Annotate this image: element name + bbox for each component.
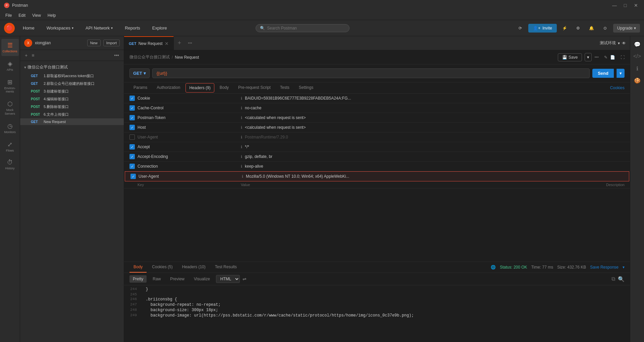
tab-pre-request[interactable]: Pre-request Script bbox=[234, 82, 275, 93]
format-visualize-button[interactable]: Visualize bbox=[191, 275, 213, 283]
send-button[interactable]: Send bbox=[592, 69, 614, 78]
right-code-icon[interactable]: </> bbox=[632, 51, 643, 62]
sidebar-item-collections[interactable]: ☰ Collections bbox=[1, 39, 19, 56]
resp-tab-test-results[interactable]: Test Results bbox=[211, 262, 241, 273]
request-item-2[interactable]: GET 2.获取公众号已创建的标签接口 bbox=[20, 80, 124, 88]
sidebar-item-mock-servers[interactable]: ⬡ Mock Servers bbox=[1, 98, 19, 118]
host-info-icon[interactable]: ℹ bbox=[241, 125, 242, 130]
sidebar-item-monitors[interactable]: ◷ Monitors bbox=[1, 120, 19, 137]
nav-workspaces[interactable]: Workspaces ▾ bbox=[43, 23, 77, 33]
search-bar[interactable]: 🔍 bbox=[256, 24, 350, 32]
tab-authorization[interactable]: Authorization bbox=[153, 82, 184, 93]
resp-tab-body[interactable]: Body bbox=[129, 262, 147, 273]
breadcrumb-edit-icon[interactable]: ✎ bbox=[604, 55, 607, 60]
env-selector[interactable]: 测试环境 ▾ 👁 bbox=[596, 36, 630, 50]
settings-icon[interactable]: ⚙ bbox=[573, 23, 584, 34]
avatar-icon[interactable]: ⊙ bbox=[600, 23, 610, 34]
menu-edit[interactable]: Edit bbox=[16, 12, 28, 18]
user-agent-disabled-info-icon[interactable]: ℹ bbox=[241, 135, 242, 139]
tab-settings[interactable]: Settings bbox=[295, 82, 317, 93]
tab-params[interactable]: Params bbox=[129, 82, 151, 93]
sidebar-item-history[interactable]: ⏱ History bbox=[1, 156, 19, 173]
cookie-info-icon[interactable]: ℹ bbox=[241, 96, 242, 101]
sidebar-item-flows[interactable]: ⤢ Flows bbox=[1, 138, 19, 155]
tab-headers[interactable]: Headers (9) bbox=[185, 83, 214, 93]
user-agent-highlighted-info-icon[interactable]: ℹ bbox=[242, 174, 243, 179]
accept-encoding-checkbox[interactable]: ✓ bbox=[129, 154, 135, 159]
tab-tests[interactable]: Tests bbox=[276, 82, 293, 93]
user-agent-highlighted-checkbox[interactable]: ✓ bbox=[130, 174, 136, 179]
search-input[interactable] bbox=[267, 26, 334, 31]
format-preview-button[interactable]: Preview bbox=[167, 275, 188, 283]
sidebar-item-environments[interactable]: ⊞ Environ­ments bbox=[1, 76, 19, 97]
maximize-button[interactable]: □ bbox=[621, 1, 629, 9]
resp-tab-cookies[interactable]: Cookies (5) bbox=[148, 262, 176, 273]
minimize-button[interactable]: — bbox=[610, 1, 619, 9]
breadcrumb-expand-icon[interactable]: ⛶ bbox=[621, 55, 625, 60]
user-agent-disabled-checkbox[interactable] bbox=[129, 134, 135, 140]
add-collection-icon[interactable]: + bbox=[24, 52, 28, 59]
postman-token-info-icon[interactable]: ℹ bbox=[241, 116, 242, 120]
request-item-4[interactable]: POST 4.编辑标签接口 bbox=[20, 95, 124, 103]
save-dropdown-button[interactable]: ▾ bbox=[585, 53, 592, 61]
send-dropdown-button[interactable]: ▾ bbox=[616, 69, 625, 78]
close-button[interactable]: ✕ bbox=[632, 1, 640, 9]
nav-reports[interactable]: Reports bbox=[121, 23, 144, 33]
search-response-icon[interactable]: 🔍 bbox=[618, 276, 625, 282]
cookies-link[interactable]: Cookies bbox=[610, 86, 625, 90]
breadcrumb-parent[interactable]: 微信公众平台接口测试 bbox=[129, 54, 170, 60]
sidebar-item-apis[interactable]: ◈ APIs bbox=[1, 57, 19, 74]
nav-api-network[interactable]: API Network ▾ bbox=[82, 23, 117, 33]
accept-encoding-info-icon[interactable]: ℹ bbox=[241, 155, 242, 159]
nav-home[interactable]: Home bbox=[19, 23, 39, 33]
tab-more-button[interactable]: ••• bbox=[185, 36, 195, 50]
connection-checkbox[interactable]: ✓ bbox=[129, 164, 135, 169]
filter-icon[interactable]: ≡ bbox=[31, 52, 35, 59]
format-pretty-button[interactable]: Pretty bbox=[129, 275, 147, 283]
breadcrumb-doc-icon[interactable]: 📄 bbox=[610, 55, 615, 60]
connection-info-icon[interactable]: ℹ bbox=[241, 164, 242, 169]
request-item-6[interactable]: POST 6.文件上传接口 bbox=[20, 111, 124, 118]
resp-tab-headers[interactable]: Headers (10) bbox=[178, 262, 210, 273]
method-select[interactable]: GET ▾ bbox=[129, 68, 150, 78]
cache-control-info-icon[interactable]: ℹ bbox=[241, 106, 242, 110]
nav-explore[interactable]: Explore bbox=[148, 23, 171, 33]
tab-add-button[interactable]: + bbox=[174, 36, 185, 50]
invite-button[interactable]: 👤+ Invite bbox=[528, 24, 557, 33]
format-type-select[interactable]: HTML JSON XML bbox=[216, 275, 240, 283]
request-item-new[interactable]: GET New Request bbox=[20, 118, 124, 125]
new-button[interactable]: New bbox=[87, 40, 101, 46]
right-comment-icon[interactable]: 💬 bbox=[632, 39, 643, 50]
breadcrumb-more-icon[interactable]: ••• bbox=[594, 55, 599, 60]
env-eye-icon[interactable]: 👁 bbox=[622, 41, 626, 46]
tab-close-icon[interactable]: ✕ bbox=[165, 41, 169, 46]
right-cookie-icon[interactable]: 🍪 bbox=[632, 75, 643, 86]
save-button[interactable]: 💾 Save bbox=[558, 53, 582, 61]
save-response-button[interactable]: Save Response bbox=[590, 265, 619, 270]
postman-token-checkbox[interactable]: ✓ bbox=[129, 115, 135, 120]
import-button[interactable]: Import bbox=[103, 40, 120, 46]
accept-info-icon[interactable]: ℹ bbox=[241, 145, 242, 149]
request-item-3[interactable]: POST 3.创建标签接口 bbox=[20, 88, 124, 95]
upgrade-button[interactable]: Upgrade ▾ bbox=[613, 24, 640, 33]
collection-item[interactable]: ▾ 微信公众平台接口测试 bbox=[20, 62, 124, 72]
sync-icon[interactable]: ⟳ bbox=[515, 23, 526, 34]
menu-view[interactable]: View bbox=[30, 12, 44, 18]
request-item-5[interactable]: POST 5.删除标签接口 bbox=[20, 103, 124, 111]
save-response-chevron-icon[interactable]: ▾ bbox=[623, 265, 625, 270]
url-input[interactable] bbox=[152, 68, 590, 78]
accept-checkbox[interactable]: ✓ bbox=[129, 144, 135, 150]
menu-file[interactable]: File bbox=[3, 12, 14, 18]
cache-control-checkbox[interactable]: ✓ bbox=[129, 105, 135, 111]
right-info-icon[interactable]: ℹ bbox=[632, 63, 643, 74]
format-raw-button[interactable]: Raw bbox=[149, 275, 164, 283]
menu-help[interactable]: Help bbox=[45, 12, 59, 18]
active-tab[interactable]: GET New Request ✕ bbox=[124, 36, 174, 50]
bell-icon[interactable]: 🔔 bbox=[586, 23, 597, 34]
wrap-icon[interactable]: ⇌ bbox=[243, 276, 247, 282]
host-checkbox[interactable]: ✓ bbox=[129, 125, 135, 130]
cookie-checkbox[interactable]: ✓ bbox=[129, 96, 135, 101]
copy-response-icon[interactable]: ⧉ bbox=[611, 276, 615, 282]
connect-icon[interactable]: ⚡ bbox=[559, 23, 570, 34]
request-item-1[interactable]: GET 1.获取鉴权码access token接口 bbox=[20, 72, 124, 80]
